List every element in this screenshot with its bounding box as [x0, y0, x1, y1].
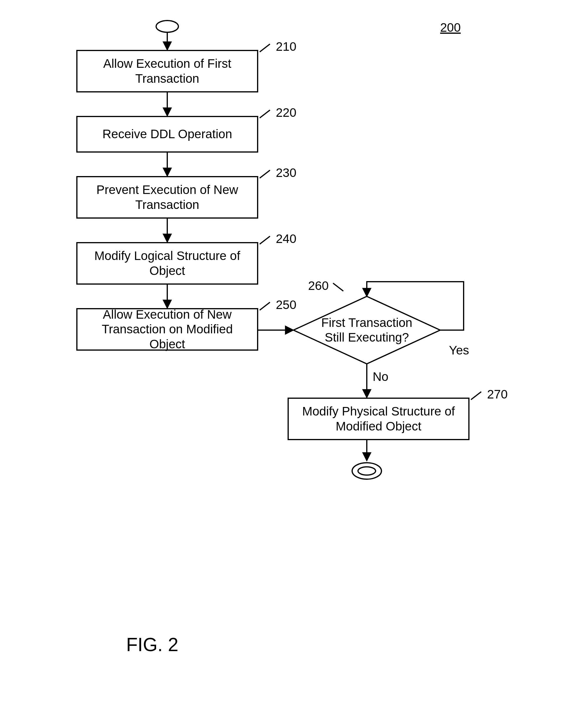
edge-label-yes: Yes — [449, 343, 469, 357]
figure-label: FIG. 2 — [126, 634, 178, 655]
process-220: Receive DDL Operation — [76, 116, 258, 153]
process-270: Modify Physical Structure ofModified Obj… — [288, 398, 470, 440]
ref-260: 260 — [308, 279, 346, 293]
process-210-text: Allow Execution of FirstTransaction — [103, 56, 232, 86]
svg-line-5 — [333, 283, 343, 291]
ref-250: 250 — [258, 298, 296, 312]
edge-label-no: No — [373, 370, 389, 384]
ref-270: 270 — [470, 387, 508, 401]
process-220-text: Receive DDL Operation — [102, 127, 232, 141]
ref-220: 220 — [258, 106, 296, 120]
end-terminator-outer — [352, 463, 381, 479]
process-250: Allow Execution of NewTransaction on Mod… — [76, 308, 258, 350]
process-230-text: Prevent Execution of NewTransaction — [96, 183, 238, 212]
ref-230: 230 — [258, 166, 296, 180]
process-250-text: Allow Execution of NewTransaction on Mod… — [83, 307, 251, 352]
end-terminator-inner — [358, 467, 376, 475]
process-240-text: Modify Logical Structure ofObject — [94, 249, 240, 278]
svg-line-1 — [260, 110, 270, 118]
process-210: Allow Execution of FirstTransaction — [76, 50, 258, 93]
start-terminator — [156, 21, 178, 32]
svg-line-2 — [260, 170, 270, 178]
process-240: Modify Logical Structure ofObject — [76, 242, 258, 285]
process-230: Prevent Execution of NewTransaction — [76, 176, 258, 218]
figure-reference-number: 200 — [440, 21, 461, 35]
svg-line-4 — [260, 302, 270, 310]
ref-240: 240 — [258, 232, 296, 246]
svg-line-3 — [260, 236, 270, 244]
flowchart-canvas: 200 Allow Execution of FirstTransaction … — [0, 0, 581, 728]
decision-260: First TransactionStill Executing? — [293, 296, 440, 364]
svg-line-0 — [260, 44, 270, 52]
process-270-text: Modify Physical Structure ofModified Obj… — [302, 404, 455, 434]
svg-line-6 — [471, 392, 481, 400]
decision-260-text: First TransactionStill Executing? — [321, 315, 412, 345]
ref-210: 210 — [258, 40, 296, 54]
